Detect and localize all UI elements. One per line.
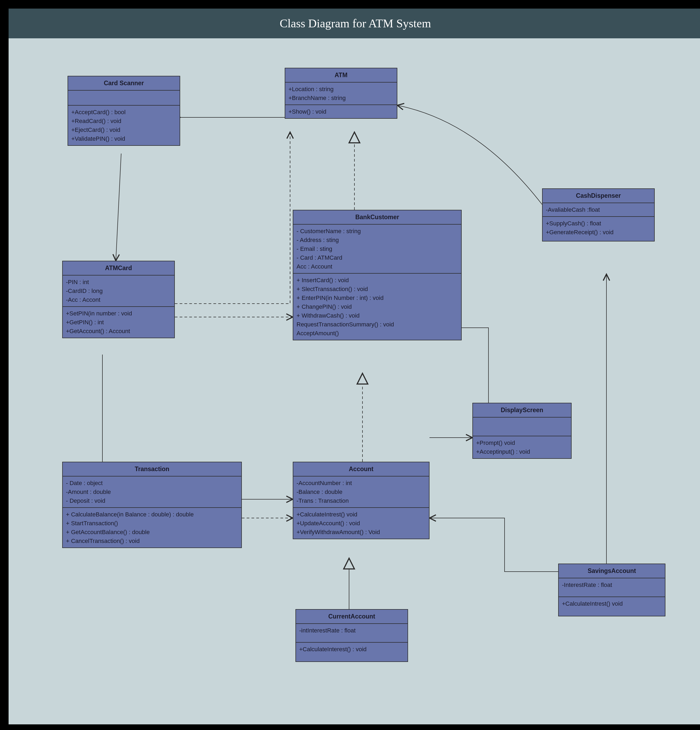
class-account: Account -AccountNumber : int -Balance : … [293, 462, 430, 539]
attr: - Deposit : void [66, 496, 238, 505]
op: + ChangePIN() : void [297, 302, 458, 311]
class-title: Account [293, 462, 429, 476]
class-title: ATM [285, 68, 397, 83]
class-current-account: CurrentAccount -intInterestRate : float … [295, 609, 408, 662]
class-title: DisplayScreen [473, 403, 571, 418]
class-ops: +CalculateIntrest() void +UpdateAccount(… [293, 508, 429, 539]
op: +ValidatePIN() : void [71, 134, 177, 143]
attr: - Address : sting [297, 235, 458, 244]
op: +CalculateInterest() : void [299, 645, 404, 654]
class-ops: +CalculateInterest() : void [296, 642, 408, 661]
class-attrs: - Date : object -Amount : double - Depos… [63, 476, 241, 508]
op: + SlectTranssaction() : void [297, 285, 458, 293]
attr: +Location : string [288, 85, 393, 93]
class-ops: +CalculateIntrest() void [559, 597, 665, 616]
class-ops: + InsertCard() : void + SlectTranssactio… [293, 274, 461, 340]
class-title: ATMCard [63, 261, 174, 276]
attr: -intInterestRate : float [299, 626, 404, 635]
attr: - Card : ATMCard [297, 253, 458, 262]
op: +EjectCard() : void [71, 126, 177, 134]
class-title: CurrentAccount [296, 610, 408, 624]
class-title: CashDispenser [543, 189, 654, 203]
class-savings-account: SavingsAccount -InterestRate : float +Ca… [558, 564, 665, 616]
class-attrs [68, 91, 180, 105]
op: + CalculateBalance(in Balance : double) … [66, 510, 238, 519]
op: + WithdrawCash() : void [297, 311, 458, 320]
class-ops: +AcceptCard() : bool +ReadCard() : void … [68, 105, 180, 145]
op: +CalculateIntrest() void [297, 510, 426, 519]
op: +CalculateIntrest() void [562, 599, 662, 608]
diagram-canvas: Card Scanner +AcceptCard() : bool +ReadC… [9, 38, 700, 724]
class-attrs: +Location : string +BranchName : string [285, 83, 397, 105]
attr: -Trans : Transaction [297, 496, 426, 505]
op: RequestTransactionSummary() : void [297, 320, 458, 329]
op: + StartTransaction() [66, 519, 238, 528]
class-ops: +SupplyCash() : float +GenerateReceipt()… [543, 217, 654, 241]
class-attrs: -InterestRate : float [559, 578, 665, 597]
diagram-frame: Class Diagram for ATM System [5, 5, 700, 730]
op: +GetAccount() : Account [66, 327, 171, 336]
attr: Acc : Account [297, 262, 458, 271]
op: +SupplyCash() : float [546, 219, 651, 228]
op: AcceptAmount() [297, 329, 458, 338]
diagram-title: Class Diagram for ATM System [280, 17, 431, 30]
class-card-scanner: Card Scanner +AcceptCard() : bool +ReadC… [67, 76, 180, 146]
attr: -AvaliableCash :float [546, 205, 651, 214]
class-title: SavingsAccount [559, 564, 665, 578]
op: +GenerateReceipt() : void [546, 228, 651, 237]
class-attrs: -AccountNumber : int -Balance : double -… [293, 476, 429, 508]
svg-line-2 [116, 153, 121, 261]
class-ops: + CalculateBalance(in Balance : double) … [63, 508, 241, 548]
attr: - Date : object [66, 479, 238, 488]
attr: -AccountNumber : int [297, 479, 426, 488]
class-attrs: - CustomerName : string - Address : stin… [293, 225, 461, 274]
op: + InsertCard() : void [297, 276, 458, 285]
attr: -Balance : double [297, 488, 426, 496]
class-atm: ATM +Location : string +BranchName : str… [285, 68, 397, 119]
attr: - Email : sting [297, 244, 458, 253]
op: +VerifyWithdrawAmount() : Void [297, 528, 426, 536]
op: +Acceptinput() : void [476, 447, 568, 456]
class-attrs: -AvaliableCash :float [543, 203, 654, 217]
attr: - CustomerName : string [297, 227, 458, 235]
attr: +BranchName : string [288, 93, 393, 102]
diagram-title-bar: Class Diagram for ATM System [9, 9, 700, 38]
class-atm-card: ATMCard -PIN : int -CardID : long -Acc :… [62, 261, 175, 338]
class-bank-customer: BankCustomer - CustomerName : string - A… [293, 210, 462, 340]
op: + EnterPIN(in Number : int) : void [297, 293, 458, 302]
attr: -InterestRate : float [562, 581, 662, 589]
op: +GetPIN() : int [66, 318, 171, 327]
op: +UpdateAccount() : void [297, 519, 426, 528]
op: +ReadCard() : void [71, 117, 177, 126]
op: +Show() : void [288, 107, 393, 116]
class-ops: +Show() : void [285, 105, 397, 118]
class-title: Card Scanner [68, 76, 180, 91]
attr: -CardID : long [66, 286, 171, 295]
class-cash-dispenser: CashDispenser -AvaliableCash :float +Sup… [542, 188, 655, 241]
class-transaction: Transaction - Date : object -Amount : do… [62, 462, 242, 548]
attr: -Acc : Accont [66, 295, 171, 304]
class-title: Transaction [63, 462, 241, 476]
op: +SetPIN(in number : void [66, 309, 171, 318]
op: +Prompt() void [476, 438, 568, 447]
op: +AcceptCard() : bool [71, 108, 177, 117]
class-attrs: -PIN : int -CardID : long -Acc : Accont [63, 276, 174, 307]
attr: -Amount : double [66, 488, 238, 496]
attr: -PIN : int [66, 277, 171, 286]
op: + GetAccountBalance() : double [66, 528, 238, 536]
class-title: BankCustomer [293, 210, 461, 225]
class-display-screen: DisplayScreen +Prompt() void +Acceptinpu… [472, 403, 571, 459]
op: + CancelTransaction() : void [66, 536, 238, 545]
class-attrs [473, 418, 571, 436]
class-ops: +Prompt() void +Acceptinput() : void [473, 436, 571, 458]
class-attrs: -intInterestRate : float [296, 624, 408, 642]
class-ops: +SetPIN(in number : void +GetPIN() : int… [63, 307, 174, 338]
